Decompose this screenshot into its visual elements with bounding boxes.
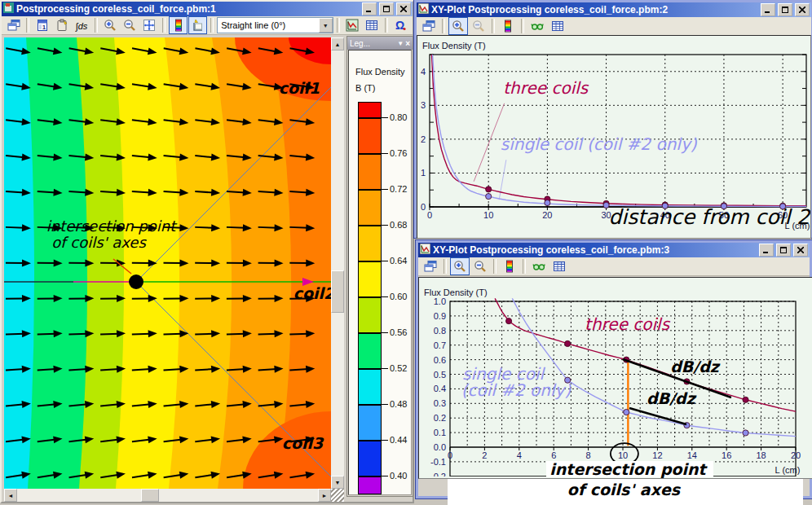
plot-annotation: single coil (coil #2 only) (501, 134, 698, 154)
data-point (505, 318, 511, 324)
zoom-in-button[interactable] (450, 257, 470, 275)
svg-text:0.7: 0.7 (434, 340, 446, 350)
toolbar-separator (95, 18, 98, 33)
table-button[interactable] (548, 17, 567, 35)
calculator-icon: 1 (36, 19, 49, 32)
legend-tick (382, 440, 388, 441)
zoom-out-button[interactable] (470, 257, 490, 275)
svg-text:0.8: 0.8 (434, 326, 446, 336)
window3-titlebar[interactable]: XY-Plot Postprocessing coreless_coil_for… (418, 243, 810, 257)
xy-plot-far[interactable]: 010203040506001234Flux Density (T)L (cm)… (417, 36, 810, 236)
color-legend-icon (172, 19, 185, 32)
vertical-scrollbar[interactable]: ▲ ▼ (331, 37, 344, 489)
legend-tick (382, 225, 388, 226)
window1-titlebar[interactable]: Postprocessing coreless_coil_force.pbm:1 (2, 2, 413, 16)
intersection-annotation-line1: intersection point (489, 460, 766, 478)
field-picture-button[interactable] (188, 16, 207, 34)
resize-grip[interactable] (331, 489, 344, 502)
maximize-button[interactable] (778, 3, 792, 16)
toolbar-separator (493, 259, 496, 274)
legend-tick (382, 153, 388, 154)
window2-title: XY-Plot Postprocessing coreless_coil_for… (431, 4, 758, 15)
xy-plot-zoomed[interactable]: 024681012141618201.00.90.80.70.60.50.40.… (419, 278, 812, 476)
close-button[interactable] (795, 3, 810, 16)
xy-plot-button[interactable] (343, 16, 362, 34)
svg-text:0: 0 (427, 210, 432, 220)
window2-titlebar[interactable]: XY-Plot Postprocessing coreless_coil_for… (417, 2, 811, 17)
scroll-down-button[interactable]: ▼ (331, 476, 344, 489)
close-button[interactable] (396, 2, 411, 15)
window-properties-button[interactable] (4, 16, 23, 34)
calculator-button[interactable]: 1 (33, 16, 51, 34)
close-icon[interactable]: × (405, 39, 410, 48)
svg-text:16: 16 (722, 450, 731, 460)
window-properties-icon (7, 19, 20, 32)
svg-text:-0.1: -0.1 (430, 457, 446, 467)
color-legend-button[interactable] (500, 257, 519, 275)
legend-titlebar[interactable]: Leg... ▼ × (347, 37, 413, 50)
close-button[interactable] (793, 244, 808, 257)
chevron-down-icon[interactable]: ▼ (397, 40, 404, 47)
legend-color-box (358, 369, 382, 405)
vertical-scroll-thumb[interactable] (331, 270, 344, 313)
table-button[interactable] (363, 16, 382, 34)
legend-tick (382, 404, 388, 405)
desktop: Postprocessing coreless_coil_force.pbm:1… (0, 0, 812, 505)
integral-ds-button[interactable]: ∫ds (72, 16, 90, 34)
toolbar-separator (337, 18, 340, 33)
zoom-out-button[interactable] (121, 16, 139, 34)
color-legend-button[interactable] (169, 16, 188, 34)
legend-tick (382, 117, 388, 118)
clipboard-icon (55, 19, 68, 32)
glasses-icon (532, 260, 545, 273)
plot-annotation: distance from coil 2 (608, 205, 810, 229)
scroll-left-button[interactable]: ◄ (4, 489, 17, 502)
color-legend-icon (503, 260, 516, 273)
minimize-button[interactable] (362, 2, 377, 15)
window-properties-button[interactable] (421, 257, 440, 275)
zoom-extents-button[interactable] (140, 16, 159, 34)
plot-annotation: dB/dz (647, 389, 697, 407)
intersection-annotation-line2: of coils' axes (485, 481, 762, 498)
zoom-extents-icon (143, 19, 156, 32)
glasses-button[interactable] (529, 257, 549, 275)
horizontal-scrollbar[interactable]: ◄ ► (4, 489, 331, 502)
table-button[interactable] (549, 257, 569, 275)
omega-button[interactable]: Ω (391, 16, 410, 34)
glasses-button[interactable] (527, 17, 547, 35)
color-legend-button[interactable] (498, 17, 518, 35)
data-point (624, 409, 629, 415)
data-point (743, 430, 748, 436)
clipboard-button[interactable] (52, 16, 71, 34)
minimize-button[interactable] (761, 3, 775, 16)
svg-text:-0.2: -0.2 (430, 472, 446, 476)
window-properties-button[interactable] (419, 17, 439, 35)
scroll-up-button[interactable]: ▲ (331, 37, 344, 50)
zoom-out-icon (474, 260, 487, 273)
contour-type-combobox[interactable]: Straight line (0°)▼ (217, 17, 333, 33)
field-picture-icon (192, 19, 205, 32)
legend-value: 0.64 (390, 256, 407, 266)
svg-text:1: 1 (421, 168, 426, 178)
field-plot-label: of coils' axes (51, 234, 147, 251)
minimize-button[interactable] (759, 244, 774, 257)
svg-text:2: 2 (482, 450, 487, 460)
chevron-down-icon[interactable]: ▼ (319, 18, 333, 33)
plot-annotation: three coils (585, 314, 671, 334)
maximize-button[interactable] (776, 244, 791, 257)
zoom-in-button[interactable] (101, 16, 120, 34)
maximize-button[interactable] (379, 2, 394, 15)
zoom-in-button[interactable] (448, 17, 468, 35)
horizontal-scroll-thumb[interactable] (141, 489, 159, 502)
svg-text:18: 18 (756, 450, 766, 460)
svg-text:2: 2 (421, 134, 426, 144)
svg-text:20: 20 (542, 210, 552, 220)
data-point (545, 200, 550, 205)
field-plot[interactable]: coil1coil2coil3intersection pointof coil… (4, 37, 331, 489)
xy-plot-window-icon (418, 2, 429, 17)
zoom-out-button[interactable] (469, 17, 488, 35)
scroll-right-button[interactable]: ► (318, 489, 331, 502)
data-point (486, 194, 492, 200)
table-icon (553, 260, 566, 273)
legend-heading: Flux Density (355, 67, 405, 77)
